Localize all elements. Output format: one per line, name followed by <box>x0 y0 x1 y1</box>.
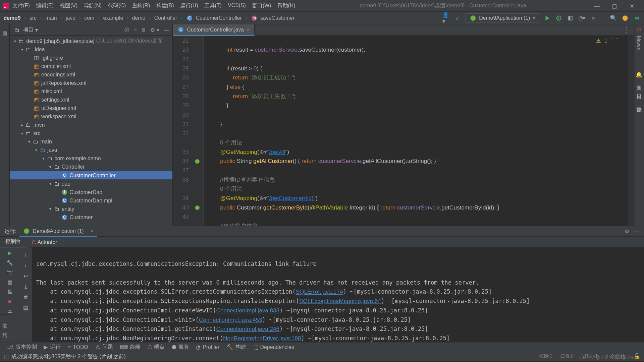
gear-icon[interactable]: ⚙ ▾ <box>150 27 159 33</box>
run-gear-icon[interactable]: ⚙ <box>625 228 629 234</box>
folder-dao[interactable]: dao <box>62 180 70 186</box>
back-arrow-icon[interactable]: ↙ <box>454 14 461 21</box>
db-icon[interactable]: 🗄 <box>636 94 642 100</box>
file-misc[interactable]: misc.xml <box>41 88 62 94</box>
sb-run[interactable]: ▶运行 <box>40 343 64 351</box>
stop-icon[interactable]: ■ <box>590 14 597 21</box>
folder-package[interactable]: com.example.demo <box>55 155 101 161</box>
menu-refactor[interactable]: 重构(R) <box>129 0 153 11</box>
exit-icon[interactable]: ⏏ <box>7 308 12 314</box>
status-window-icon[interactable]: ◫ <box>4 353 8 359</box>
console-tab[interactable]: 控制台 <box>0 236 26 248</box>
file-customerdaoimpl[interactable]: CustomerDaoImpl <box>69 197 112 203</box>
bookmark-strip[interactable]: 书签 <box>2 317 8 321</box>
sb-terminal[interactable]: ⌨终端 <box>116 343 144 351</box>
actuator-tab[interactable]: ⬡ Actuator <box>26 237 62 247</box>
sb-services[interactable]: ⬣服务 <box>168 343 192 351</box>
editor-menu-icon[interactable]: ⋮ <box>620 25 634 34</box>
clear-icon[interactable]: 🗑 <box>23 294 29 300</box>
close-tab-icon[interactable]: × <box>247 26 250 32</box>
expand-icon[interactable]: ≣ <box>141 27 146 33</box>
stop2-icon[interactable]: ■ <box>8 299 11 305</box>
file-customerdao[interactable]: CustomerDao <box>69 189 102 195</box>
folder-mvn[interactable]: .mvn <box>33 122 45 128</box>
filter-icon[interactable]: ▤ <box>23 305 28 311</box>
notif-icon[interactable]: 🔔 <box>636 72 642 78</box>
menu-window[interactable]: 窗口(W) <box>249 0 274 11</box>
maven-strip-icon[interactable]: m <box>637 26 641 32</box>
editor-tab-customercontroller[interactable]: C CustomerController.java × <box>173 24 254 36</box>
menu-edit[interactable]: 编辑(E) <box>33 0 56 11</box>
error-stripe[interactable] <box>628 36 634 226</box>
folder-java[interactable]: java <box>47 147 57 153</box>
sb-build[interactable]: 🔨构建 <box>223 343 250 351</box>
project-view-select[interactable]: 项目 ▾ <box>23 26 38 34</box>
file-jarrepos[interactable]: jarRepositories.xml <box>41 80 86 86</box>
menu-vcs[interactable]: VCS(S) <box>225 0 248 11</box>
menu-file[interactable]: 文件(F) <box>10 0 33 11</box>
file-workspace[interactable]: workspace.xml <box>41 113 76 119</box>
gutter-icons[interactable]: ⬤ ⬤ <box>193 36 204 226</box>
file-gitignore[interactable]: .gitignore <box>41 55 63 61</box>
folder-entity[interactable]: entity <box>62 206 74 212</box>
maven-strip[interactable]: Maven <box>636 36 642 51</box>
user-icon[interactable]: 👤▾ <box>442 14 449 21</box>
search-icon[interactable]: 🔍 <box>610 14 617 21</box>
sb-deps[interactable]: ⬚Dependencies <box>250 344 298 350</box>
caret-pos[interactable]: 439:1 <box>539 353 552 360</box>
debug-icon[interactable] <box>555 14 562 21</box>
folder-src[interactable]: src <box>33 130 40 136</box>
tree-customercontroller[interactable]: C CustomerController <box>10 171 172 179</box>
file-customer[interactable]: Customer <box>69 214 93 220</box>
menu-view[interactable]: 视图(V) <box>57 0 80 11</box>
file-uidesigner[interactable]: uiDesigner.xml <box>41 105 76 111</box>
menu-build[interactable]: 构建(B) <box>154 0 177 11</box>
folder-controller[interactable]: Controller <box>62 164 85 170</box>
wrap-icon[interactable]: ↩ <box>23 273 28 279</box>
sb-vcs[interactable]: ⎇版本控制 <box>4 343 40 351</box>
rerun-icon[interactable]: ▶ <box>8 250 12 256</box>
down-icon[interactable]: ↓ <box>24 262 27 268</box>
menu-code[interactable]: 代码(C) <box>105 0 128 11</box>
indent[interactable]: 4 个空格 <box>605 353 626 360</box>
line-sep[interactable]: CRLF <box>560 353 574 360</box>
run-config-selector[interactable]: Demo9Application (1)▾ <box>465 13 539 23</box>
project-tree[interactable]: ▾🗀 demo9 [chap5_jdbctemplate] C:\Users\8… <box>10 36 172 226</box>
lock-icon[interactable]: 🔓 <box>634 353 640 360</box>
close-button[interactable]: ✕ <box>623 2 641 9</box>
hide-icon[interactable]: — <box>164 27 169 33</box>
profiler-icon[interactable]: ◔▾ <box>578 14 585 21</box>
run-hide-icon[interactable]: — <box>634 228 639 234</box>
menu-run[interactable]: 运行(U) <box>177 0 201 11</box>
sb-problems[interactable]: ⚠问题 <box>92 343 116 351</box>
encoding[interactable]: UTF-8 <box>582 353 597 360</box>
print-icon[interactable]: 🖶 <box>7 289 12 295</box>
menu-nav[interactable]: 导航(N) <box>81 0 104 11</box>
menu-help[interactable]: 帮助(H) <box>275 0 298 11</box>
project-strip-label[interactable]: 项目 <box>1 26 8 30</box>
ide-update-icon[interactable] <box>622 14 629 21</box>
minimize-button[interactable]: — <box>588 2 606 9</box>
run-icon[interactable] <box>544 14 551 21</box>
codewithme-icon[interactable] <box>633 14 640 21</box>
code-area[interactable]: int result = customerServcie.saveCustome… <box>204 36 628 226</box>
collapse-icon[interactable]: ≡ <box>134 27 137 33</box>
sb-todo[interactable]: ≡TODO <box>64 344 92 350</box>
maximize-button[interactable]: ▢ <box>606 2 624 9</box>
run-tab[interactable]: Demo9Application (1) × <box>19 226 97 237</box>
target-icon[interactable]: ⦿ <box>124 27 129 33</box>
sb-profiler[interactable]: ◔Profiler <box>193 344 223 350</box>
camera-icon[interactable]: 📷 <box>6 269 13 276</box>
scroll-icon[interactable]: ⤓ <box>23 284 28 290</box>
structure-strip[interactable]: 结构 <box>2 327 8 331</box>
inspection-widget[interactable]: ⚠1 ˆˇ <box>596 38 618 44</box>
line-gutter[interactable]: 222324252627282930313233343738394043 <box>173 36 193 226</box>
breadcrumb[interactable]: demo9› src› main› java› com› example› de… <box>4 14 295 21</box>
file-encodings[interactable]: encodings.xml <box>41 71 75 77</box>
folder-main[interactable]: main <box>40 138 52 144</box>
wrench-icon[interactable]: 🔧 <box>6 260 13 266</box>
sb-endpoints[interactable]: ⬡端点 <box>144 343 168 351</box>
up-icon[interactable]: ↑ <box>24 252 27 258</box>
file-compiler[interactable]: compiler.xml <box>41 63 71 69</box>
coverage-icon[interactable]: ◧ <box>567 14 574 21</box>
